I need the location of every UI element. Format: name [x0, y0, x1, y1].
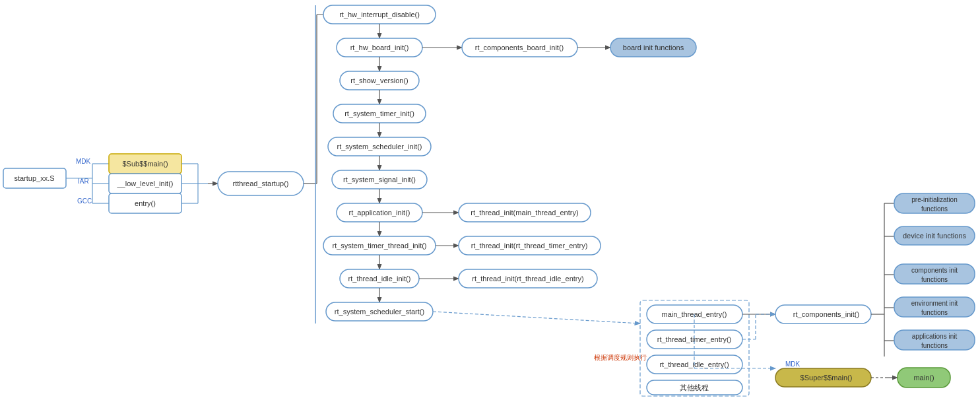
components-init-functions-label: components init: [911, 267, 958, 274]
rt-system-timer-init-label: rt_system_timer_init(): [344, 110, 414, 118]
schedule-label: 根据调度规则执行: [594, 354, 647, 361]
rt-thread-init-timer-label: rt_thread_init(rt_thread_timer_entry): [471, 242, 588, 250]
rt-application-init-label: rt_application_init(): [349, 209, 410, 217]
mdk-label-1: MDK: [76, 158, 91, 165]
device-init-functions-label: device init functions: [903, 232, 966, 240]
rt-hw-board-init-label: rt_hw_board_init(): [350, 44, 409, 51]
rt-system-timer-thread-init-label: rt_system_timer_thread_init(): [332, 242, 426, 250]
rt-hw-interrupt-disable-label: rt_hw_interrupt_disable(): [339, 11, 420, 18]
startup-xx-label: startup_xx.S: [14, 174, 54, 182]
board-init-functions-label: board init functions: [623, 44, 684, 51]
other-threads-label: 其他线程: [680, 384, 709, 391]
environment-init-functions-label: environment init: [911, 300, 958, 307]
rt-show-version-label: rt_show_version(): [350, 77, 408, 85]
low-level-init-label: __low_level_init(): [117, 180, 174, 187]
rt-system-signal-init-label: rt_system_signal_init(): [343, 176, 416, 184]
iar-label: IAR: [78, 178, 89, 185]
pre-init-functions-label2: functions: [921, 205, 948, 213]
mdk-label-2: MDK: [785, 360, 800, 368]
rt-thread-init-idle-label: rt_thread_init(rt_thread_idle_entry): [472, 275, 583, 283]
rt-system-scheduler-init-label: rt_system_scheduler_init(): [337, 143, 422, 151]
gcc-label: GCC: [77, 197, 92, 205]
pre-init-functions-label: pre-initialization: [911, 196, 957, 203]
rt-system-scheduler-start-label: rt_system_scheduler_start(): [335, 308, 424, 316]
applications-init-functions-label2: functions: [921, 342, 948, 349]
main-label: main(): [913, 374, 934, 382]
rt-components-init-label: rt_components_init(): [793, 310, 859, 318]
applications-init-functions-label: applications init: [912, 333, 958, 340]
super-main-label: $Super$$main(): [800, 374, 853, 382]
rt-thread-idle-init-label: rt_thread_idle_init(): [348, 275, 411, 283]
sub-main-label: $Sub$$main(): [122, 160, 168, 168]
rtthread-startup-label: rtthread_startup(): [233, 180, 289, 187]
components-init-functions-label2: functions: [921, 276, 948, 283]
svg-line-31: [433, 312, 640, 323]
entry-label: entry(): [135, 199, 156, 207]
rt-components-board-init-label: rt_components_board_init(): [475, 44, 564, 51]
rt-thread-init-main-label: rt_thread_init(main_thread_entry): [471, 209, 578, 217]
environment-init-functions-label2: functions: [921, 309, 948, 316]
